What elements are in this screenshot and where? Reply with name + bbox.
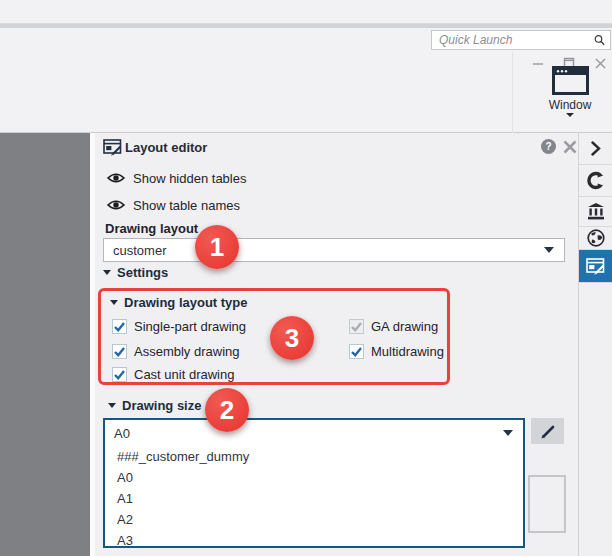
drawing-layout-label: Drawing layout — [105, 221, 198, 236]
settings-section-toggle[interactable]: Settings — [103, 265, 168, 280]
window-button[interactable]: Window — [538, 66, 602, 130]
checkbox-label: GA drawing — [371, 319, 438, 334]
window-button-label: Window — [549, 98, 592, 112]
drawing-layout-combobox[interactable]: customer — [103, 238, 565, 262]
drawing-size-label: Drawing size — [122, 398, 201, 413]
model-view[interactable] — [0, 133, 90, 556]
chevron-down-icon — [503, 430, 513, 436]
ribbon-divider — [512, 52, 513, 133]
sidebar-item-sync[interactable] — [579, 165, 612, 197]
layout-editor-panel: Layout editor ? Show hidden tables Show … — [95, 133, 578, 556]
preview-box — [528, 475, 566, 533]
checkbox-label: Multidrawing — [371, 344, 444, 359]
triangle-down-icon — [103, 270, 111, 275]
checkbox-icon — [112, 344, 127, 359]
show-table-names-toggle[interactable]: Show table names — [107, 193, 240, 217]
pencil-icon — [539, 423, 556, 440]
drawing-size-option[interactable]: A0 — [105, 467, 523, 488]
checkbox-cast-unit-drawing[interactable]: Cast unit drawing — [112, 367, 234, 382]
checkbox-multidrawing[interactable]: Multidrawing — [349, 344, 444, 359]
application-window: ? Log in — [0, 0, 612, 556]
quick-launch-input[interactable] — [432, 33, 594, 47]
drawing-size-option[interactable]: A2 — [105, 509, 523, 530]
drawing-size-option[interactable]: A3 — [105, 530, 523, 548]
checkbox-label: Single-part drawing — [134, 319, 246, 334]
checkbox-label: Cast unit drawing — [134, 367, 234, 382]
quick-launch-row — [0, 0, 612, 24]
chevron-down-icon — [566, 113, 574, 117]
triangle-down-icon — [108, 403, 116, 408]
eye-icon — [107, 172, 125, 184]
checkbox-label: Assembly drawing — [134, 344, 240, 359]
eye-icon — [107, 199, 125, 211]
drawing-size-combobox-open: A0 ###_customer_dummy A0 A1 A2 A3 — [103, 418, 525, 548]
callout-badge-2: 2 — [205, 388, 249, 432]
drawing-size-toggle[interactable]: Drawing size — [108, 398, 201, 413]
window-icon — [552, 66, 589, 95]
layout-editor-icon-active — [586, 258, 605, 275]
triangle-down-icon — [110, 300, 118, 305]
ribbon — [0, 52, 612, 133]
toggle-label: Show hidden tables — [133, 171, 246, 186]
chevron-right-icon — [591, 141, 601, 156]
checkbox-icon — [112, 367, 127, 382]
checkbox-icon — [112, 319, 127, 334]
checkbox-icon — [349, 344, 364, 359]
layout-editor-icon — [103, 139, 122, 156]
sidebar-item-layout-editor[interactable] — [579, 250, 612, 283]
drawing-size-selected[interactable]: A0 — [105, 420, 523, 446]
show-hidden-tables-toggle[interactable]: Show hidden tables — [107, 166, 246, 190]
drawing-layout-value: customer — [104, 243, 544, 258]
checkbox-assembly-drawing[interactable]: Assembly drawing — [112, 344, 240, 359]
search-icon[interactable] — [594, 33, 605, 47]
settings-label: Settings — [117, 265, 168, 280]
warehouse-icon — [587, 203, 605, 220]
edit-drawing-size-button[interactable] — [531, 418, 564, 444]
side-toolbar — [578, 133, 612, 556]
callout-badge-3: 3 — [270, 316, 314, 360]
checkbox-icon-disabled — [349, 319, 364, 334]
panel-title: Layout editor — [125, 140, 207, 155]
quick-launch-box[interactable] — [431, 30, 611, 50]
expand-panel-button[interactable] — [579, 133, 612, 165]
drawing-size-option[interactable]: ###_customer_dummy — [105, 446, 523, 467]
checkbox-ga-drawing[interactable]: GA drawing — [349, 319, 438, 334]
panel-close-button[interactable] — [563, 140, 577, 154]
sidebar-item-online[interactable] — [579, 227, 612, 250]
chevron-down-icon — [544, 247, 554, 253]
callout-badge-1: 1 — [195, 225, 239, 269]
panel-help-button[interactable]: ? — [541, 139, 556, 154]
sidebar-item-warehouse[interactable] — [579, 197, 612, 227]
checkbox-single-part-drawing[interactable]: Single-part drawing — [112, 319, 246, 334]
drawing-layout-type-label: Drawing layout type — [124, 295, 248, 310]
drawing-size-value: A0 — [105, 426, 503, 441]
drawing-layout-type-toggle[interactable]: Drawing layout type — [110, 295, 248, 310]
globe-icon — [587, 229, 605, 247]
drawing-size-option[interactable]: A1 — [105, 488, 523, 509]
toggle-label: Show table names — [133, 198, 240, 213]
sync-icon — [586, 171, 605, 190]
